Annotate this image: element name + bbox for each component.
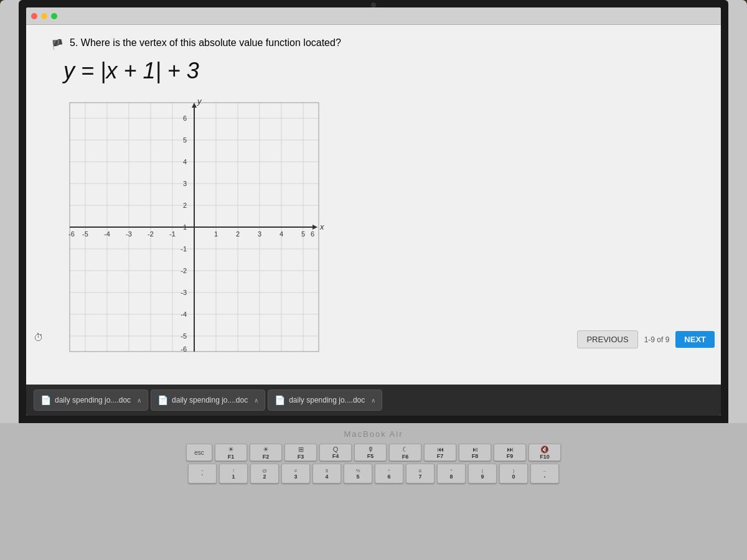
- brightness-up-icon: ☀: [263, 446, 269, 454]
- tilde-key[interactable]: ~ `: [188, 464, 217, 483]
- f8-key[interactable]: ⏯ F8: [459, 444, 491, 461]
- graph-container: x y 6 5 4 3 2 1 -1 -2 -3 -4: [63, 96, 325, 358]
- close-button[interactable]: [31, 13, 37, 19]
- svg-text:5: 5: [301, 230, 305, 238]
- taskbar-label-2: daily spending jo....doc: [172, 396, 248, 404]
- svg-text:1: 1: [183, 223, 187, 231]
- rewind-icon: ⏮: [437, 446, 444, 453]
- question-body: Where is the vertex of this absolute val…: [81, 37, 341, 48]
- lparen-key[interactable]: ( 9: [468, 464, 497, 483]
- dictation-icon: 🎙: [367, 446, 374, 453]
- macbook-label: MacBook Air: [344, 429, 403, 439]
- keyboard-area: MacBook Air esc ☀ F1 ☀ F2 ⊞ F3: [0, 423, 747, 560]
- svg-text:-6: -6: [68, 230, 75, 238]
- flag-icon: 🏴: [51, 39, 63, 50]
- question-text: 5. Where is the vertex of this absolute …: [70, 37, 341, 49]
- asterisk-key[interactable]: * 8: [437, 464, 466, 483]
- previous-button[interactable]: PREVIOUS: [577, 330, 637, 348]
- svg-text:6: 6: [183, 114, 187, 122]
- fast-forward-icon: ⏭: [507, 446, 514, 453]
- f9-key[interactable]: ⏭ F9: [494, 444, 526, 461]
- chevron-icon-3: ∧: [371, 397, 375, 404]
- esc-key[interactable]: esc: [186, 444, 212, 461]
- taskbar-item-1[interactable]: 📄 daily spending jo....doc ∧: [34, 390, 148, 411]
- svg-marker-24: [312, 225, 317, 230]
- svg-text:-5: -5: [181, 332, 187, 340]
- taskbar-item-3[interactable]: 📄 daily spending jo....doc ∧: [268, 390, 382, 411]
- next-button[interactable]: NEXT: [675, 331, 715, 348]
- laptop-body: 🏴 5. Where is the vertex of this absolut…: [0, 0, 747, 560]
- svg-text:5: 5: [183, 136, 187, 144]
- dollar-key[interactable]: $ 4: [312, 464, 341, 483]
- svg-text:-3: -3: [126, 230, 132, 238]
- question-number: 5.: [70, 37, 78, 48]
- taskbar: 📄 daily spending jo....doc ∧ 📄 daily spe…: [26, 385, 721, 416]
- question-header: 🏴 5. Where is the vertex of this absolut…: [51, 37, 696, 50]
- number-key-row: ~ ` ! 1 @ 2 # 3 $ 4: [188, 464, 559, 483]
- fullscreen-button[interactable]: [51, 13, 57, 19]
- svg-text:2: 2: [236, 230, 240, 238]
- top-bar: [26, 7, 721, 25]
- svg-text:-4: -4: [104, 230, 110, 238]
- svg-text:-1: -1: [181, 245, 187, 253]
- f6-key[interactable]: ☾ F6: [389, 444, 421, 461]
- navigation-area: PREVIOUS 1-9 of 9 NEXT: [577, 330, 715, 348]
- svg-text:6: 6: [311, 230, 314, 238]
- svg-text:2: 2: [183, 202, 187, 209]
- svg-text:3: 3: [183, 180, 187, 187]
- main-area: 🏴 5. Where is the vertex of this absolut…: [26, 25, 721, 385]
- search-icon: Q: [333, 446, 339, 453]
- f3-key[interactable]: ⊞ F3: [284, 444, 317, 461]
- hash-key[interactable]: # 3: [281, 464, 310, 483]
- svg-text:-6: -6: [181, 345, 187, 353]
- svg-text:4: 4: [280, 230, 283, 238]
- taskbar-label-1: daily spending jo....doc: [55, 396, 131, 404]
- fn-key-row: esc ☀ F1 ☀ F2 ⊞ F3 Q F4: [186, 444, 561, 461]
- play-pause-icon: ⏯: [472, 446, 479, 453]
- y-axis-label: y: [197, 96, 202, 106]
- svg-text:-5: -5: [82, 230, 88, 238]
- chevron-icon-1: ∧: [137, 397, 141, 404]
- f1-key[interactable]: ☀ F1: [215, 444, 247, 461]
- webcam: [371, 2, 376, 7]
- doc-icon-3: 📄: [275, 395, 285, 405]
- page-counter: 1-9 of 9: [642, 335, 672, 344]
- dnd-icon: ☾: [402, 446, 408, 454]
- at-key[interactable]: @ 2: [250, 464, 279, 483]
- doc-icon-2: 📄: [157, 395, 168, 405]
- ampersand-key[interactable]: & 7: [406, 464, 435, 483]
- x-axis-label: x: [319, 222, 324, 231]
- f2-key[interactable]: ☀ F2: [250, 444, 282, 461]
- svg-text:-1: -1: [169, 230, 176, 238]
- taskbar-label-3: daily spending jo....doc: [289, 396, 365, 404]
- svg-text:3: 3: [258, 230, 261, 238]
- clock-icon: ⏱: [34, 332, 44, 343]
- rparen-key[interactable]: ) 0: [499, 464, 528, 483]
- equation-display: y = |x + 1| + 3: [63, 58, 696, 84]
- brightness-down-icon: ☀: [228, 446, 234, 454]
- f5-key[interactable]: 🎙 F5: [354, 444, 387, 461]
- minimize-button[interactable]: [41, 13, 47, 19]
- mute-icon: 🔇: [540, 446, 549, 454]
- svg-text:-2: -2: [181, 267, 187, 274]
- percent-key[interactable]: % 5: [344, 464, 372, 483]
- svg-text:1: 1: [214, 230, 218, 238]
- caret-key[interactable]: ^ 6: [375, 464, 403, 483]
- f4-key[interactable]: Q F4: [319, 444, 352, 461]
- chevron-icon-2: ∧: [254, 397, 258, 404]
- svg-text:-4: -4: [181, 310, 187, 318]
- f7-key[interactable]: ⏮ F7: [424, 444, 456, 461]
- svg-text:-2: -2: [148, 230, 154, 238]
- screen-bezel: 🏴 5. Where is the vertex of this absolut…: [19, 0, 728, 423]
- f10-key[interactable]: 🔇 F10: [529, 444, 561, 461]
- svg-text:-3: -3: [181, 289, 187, 296]
- taskbar-item-2[interactable]: 📄 daily spending jo....doc ∧: [151, 390, 265, 411]
- coordinate-graph: x y 6 5 4 3 2 1 -1 -2 -3 -4: [63, 96, 325, 358]
- svg-text:4: 4: [183, 158, 187, 166]
- doc-icon-1: 📄: [40, 395, 51, 405]
- dash-key[interactable]: – -: [530, 464, 559, 483]
- screen-content: 🏴 5. Where is the vertex of this absolut…: [26, 7, 721, 416]
- mission-control-icon: ⊞: [298, 446, 304, 454]
- svg-marker-26: [192, 103, 197, 108]
- exclaim-key[interactable]: ! 1: [219, 464, 248, 483]
